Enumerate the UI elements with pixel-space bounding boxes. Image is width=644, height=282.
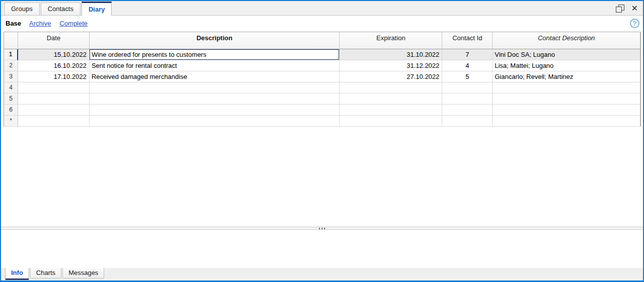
cell-description[interactable] <box>90 116 340 127</box>
row-number[interactable]: 5 <box>4 93 18 105</box>
close-icon[interactable]: ✕ <box>631 5 638 13</box>
table-row: 4 <box>4 82 640 93</box>
tab-contacts[interactable]: Contacts <box>41 3 80 15</box>
cell-contact-description[interactable]: Lisa; Mattei; Lugano <box>493 60 640 71</box>
table-row: 6 <box>4 105 640 116</box>
view-link-complete[interactable]: Complete <box>59 20 88 27</box>
tab-groups[interactable]: Groups <box>4 3 40 15</box>
cell-date[interactable]: 15.10.2022 <box>18 49 90 60</box>
header-contact-description[interactable]: Contact Description <box>493 32 640 49</box>
header-expiration[interactable]: Expiration <box>340 32 442 49</box>
view-link-archive[interactable]: Archive <box>29 20 51 27</box>
table-area: Date Description Expiration Contact Id C… <box>1 31 643 227</box>
cell-contact-id[interactable] <box>442 105 493 116</box>
views-toolbar: Base Archive Complete ? <box>1 16 643 31</box>
help-icon[interactable]: ? <box>630 19 639 28</box>
tab-messages-label: Messages <box>68 269 98 276</box>
cell-description[interactable]: Received damaged merchandise <box>90 71 340 82</box>
cell-expiration[interactable] <box>340 82 442 93</box>
row-number[interactable]: 3 <box>4 71 18 82</box>
table-row-new: * <box>4 116 640 127</box>
cell-contact-id[interactable] <box>442 82 493 93</box>
tab-info-label: Info <box>11 269 23 276</box>
table-row: 5 <box>4 93 640 105</box>
cell-contact-id[interactable]: 4 <box>442 60 493 71</box>
table-header-row: Date Description Expiration Contact Id C… <box>4 32 640 49</box>
panel-tab-bar: Info Charts Messages <box>1 268 643 280</box>
cell-date[interactable]: 16.10.2022 <box>18 60 90 71</box>
cell-contact-description[interactable]: Giancarlo; Revell; Martinez <box>493 71 640 82</box>
cell-description[interactable] <box>90 82 340 93</box>
table-row: 3 17.10.2022 Received damaged merchandis… <box>4 71 640 82</box>
header-row-number[interactable] <box>4 32 18 49</box>
diary-table: Date Description Expiration Contact Id C… <box>4 32 641 127</box>
app-window: Groups Contacts Diary ✕ Base Archive Com… <box>0 0 644 282</box>
tab-info[interactable]: Info <box>5 268 29 280</box>
window-controls: ✕ <box>616 5 638 13</box>
cell-contact-description[interactable] <box>493 82 640 93</box>
info-panel <box>1 230 643 268</box>
cell-contact-description[interactable] <box>493 93 640 105</box>
header-description[interactable]: Description <box>90 32 340 49</box>
splitter-grip-icon <box>319 228 325 229</box>
tab-charts-label: Charts <box>36 269 55 276</box>
cell-date[interactable]: 17.10.2022 <box>18 71 90 82</box>
cell-expiration[interactable] <box>340 116 442 127</box>
tab-charts[interactable]: Charts <box>30 268 61 278</box>
cell-expiration[interactable] <box>340 93 442 105</box>
restore-window-icon[interactable] <box>616 5 624 13</box>
cell-contact-description[interactable] <box>493 105 640 116</box>
cell-date[interactable] <box>18 82 90 93</box>
header-contact-id[interactable]: Contact Id <box>442 32 493 49</box>
tab-contacts-label: Contacts <box>48 5 73 13</box>
cell-expiration[interactable]: 31.12.2022 <box>340 60 442 71</box>
cell-description-focused[interactable]: Wine ordered for presents to customers <box>90 49 340 60</box>
row-number[interactable]: 4 <box>4 82 18 93</box>
row-number[interactable]: 1 <box>4 49 18 60</box>
view-base-label: Base <box>6 20 21 27</box>
cell-contact-id[interactable] <box>442 116 493 127</box>
cell-date[interactable] <box>18 105 90 116</box>
row-number-new[interactable]: * <box>4 116 18 127</box>
table-row: 2 16.10.2022 Sent notice for rental cont… <box>4 60 640 71</box>
header-date[interactable]: Date <box>18 32 90 49</box>
tab-diary-label: Diary <box>89 6 105 13</box>
cell-description[interactable]: Sent notice for rental contract <box>90 60 340 71</box>
cell-date[interactable] <box>18 116 90 127</box>
document-tab-bar: Groups Contacts Diary ✕ <box>1 1 643 16</box>
cell-description[interactable] <box>90 105 340 116</box>
table-row: 1 15.10.2022 Wine ordered for presents t… <box>4 49 640 60</box>
cell-contact-id[interactable] <box>442 93 493 105</box>
cell-contact-description[interactable]: Vini Doc SA; Lugano <box>493 49 640 60</box>
restore-square-front <box>616 7 622 13</box>
tab-diary[interactable]: Diary <box>82 2 112 16</box>
tab-groups-label: Groups <box>11 5 33 13</box>
tab-messages[interactable]: Messages <box>62 268 104 278</box>
cell-date[interactable] <box>18 93 90 105</box>
cell-description[interactable] <box>90 93 340 105</box>
cell-expiration[interactable] <box>340 105 442 116</box>
row-number[interactable]: 2 <box>4 60 18 71</box>
row-number[interactable]: 6 <box>4 105 18 116</box>
cell-contact-id[interactable]: 5 <box>442 71 493 82</box>
cell-contact-description[interactable] <box>493 116 640 127</box>
cell-contact-id[interactable]: 7 <box>442 49 493 60</box>
cell-expiration[interactable]: 31.10.2022 <box>340 49 442 60</box>
cell-expiration[interactable]: 27.10.2022 <box>340 71 442 82</box>
